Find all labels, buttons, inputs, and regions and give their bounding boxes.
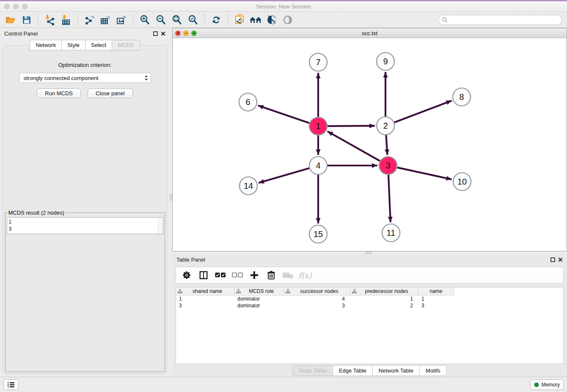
search-box [438,15,562,25]
clone-network-icon[interactable] [232,14,247,26]
splitter-grip[interactable] [170,194,172,201]
add-column-icon[interactable] [248,269,261,282]
graph-node-4[interactable]: 4 [309,157,327,174]
graph-edge-4-14[interactable] [259,168,309,183]
table-row[interactable]: 1dominator411 [176,295,563,302]
open-session-icon[interactable] [3,14,18,26]
hierarchy-icon [286,289,290,294]
toolbar-separator [228,14,228,26]
main-area: Control Panel Network Style Select MCDS … [0,28,567,377]
control-panel-tabs: Network Style Select MCDS [0,40,170,50]
style-details-icon[interactable] [264,14,279,26]
splitter-grip[interactable] [365,251,372,254]
mcds-result-list[interactable]: 1 3 [7,217,163,234]
main-toolbar [0,12,567,28]
graph-edge-1-2[interactable] [328,126,375,126]
settings-gear-icon[interactable] [180,269,193,282]
task-history-button[interactable] [3,379,19,390]
graph-node-3[interactable]: 3 [379,157,397,174]
svg-text:1: 1 [316,121,320,131]
zoom-fit-icon[interactable] [170,14,184,26]
tab-style[interactable]: Style [61,40,85,50]
run-mcds-button[interactable]: Run MCDS [37,88,81,98]
memory-status-icon [534,382,539,387]
graph-node-10[interactable]: 10 [453,173,471,190]
graph-edge-3-11[interactable] [388,175,391,222]
network-canvas[interactable]: 7968124314101511 [173,38,567,251]
first-neighbors-icon[interactable] [248,14,263,26]
table-cell: 1 [176,295,234,302]
hierarchy-icon [178,289,182,294]
result-scrollbar[interactable] [158,218,163,234]
deselect-all-checkboxes-icon[interactable] [231,269,244,282]
close-panel-icon[interactable] [161,31,165,36]
horizontal-splitter[interactable] [172,251,567,254]
column-header-name[interactable]: name [418,287,454,295]
memory-button[interactable]: Memory [530,379,564,390]
graph-node-14[interactable]: 14 [239,177,257,195]
tab-motifs[interactable]: Motifs [419,365,447,376]
zoom-selected-icon[interactable] [186,14,200,26]
column-header-MCDS-role[interactable]: MCDS role [234,287,284,295]
tab-mcds[interactable]: MCDS [112,40,140,50]
column-chooser-icon[interactable] [197,269,210,282]
mcds-result-values: 1 3 [9,219,12,232]
export-image-icon[interactable] [114,14,129,26]
graph-node-11[interactable]: 11 [382,224,400,242]
toolbar-separator [38,14,39,26]
tab-network[interactable]: Network [30,40,61,50]
graph-edge-1-6[interactable] [258,105,310,123]
tab-network-table[interactable]: Network Table [372,365,419,376]
graph-node-6[interactable]: 6 [239,93,257,111]
table-cell: 3 [176,302,234,309]
close-panel-icon[interactable] [558,257,563,262]
column-header-shared-name[interactable]: shared name [176,287,234,295]
select-all-checkboxes-icon[interactable] [214,269,227,282]
statusbar: Memory [0,377,567,392]
export-network-icon[interactable] [82,14,96,26]
zoom-in-icon[interactable] [138,14,152,26]
search-input[interactable] [438,15,562,25]
table-row[interactable]: 3dominator323 [176,302,563,309]
graph-node-2[interactable]: 2 [377,117,394,135]
graph-node-1[interactable]: 1 [309,117,327,135]
delete-column-icon[interactable] [265,269,278,282]
tab-edge-table[interactable]: Edge Table [333,365,372,376]
svg-text:4: 4 [316,161,320,170]
refresh-layout-icon[interactable] [209,14,223,26]
vertical-splitter[interactable] [170,28,172,377]
table-cell: 1 [418,295,454,302]
tab-select[interactable]: Select [85,40,112,50]
node-table[interactable]: shared nameMCDS rolesuccessor nodesprede… [176,287,564,364]
save-session-icon[interactable] [19,14,34,26]
import-table-icon[interactable] [59,14,73,26]
toolbar-separator [133,14,133,26]
network-graph[interactable]: 7968124314101511 [173,38,567,251]
export-table-icon[interactable] [98,14,113,26]
criterion-select[interactable]: strongly connected component [19,73,151,83]
close-panel-button[interactable]: Close panel [88,88,133,98]
table-cell: 2 [350,302,418,309]
graph-node-15[interactable]: 15 [309,225,327,243]
tab-node-table[interactable]: Node Table [292,365,333,376]
graph-node-7[interactable]: 7 [309,53,327,71]
table-cell: 3 [418,302,454,309]
graph-edge-3-10[interactable] [397,168,451,179]
float-panel-icon[interactable] [550,257,555,262]
graph-node-8[interactable]: 8 [453,88,471,106]
table-header-row: shared nameMCDS rolesuccessor nodesprede… [176,287,563,295]
float-panel-icon[interactable] [153,31,158,36]
graph-edge-2-8[interactable] [394,101,452,122]
zoom-out-icon[interactable] [154,14,168,26]
mcds-result-group: MCDS result (2 nodes) 1 3 [5,210,165,372]
hierarchy-icon [352,289,357,294]
table-body: 1dominator4113dominator323 [176,295,563,309]
svg-text:9: 9 [383,57,388,66]
graph-edge-3-1[interactable] [328,131,380,161]
select-stepper-icon [144,75,148,81]
column-header-predecessor-nodes[interactable]: predecessor nodes [350,287,418,295]
import-network-icon[interactable] [43,14,57,26]
graph-edge-2-3[interactable] [386,135,387,155]
column-header-successor-nodes[interactable]: successor nodes [284,287,350,295]
graph-node-9[interactable]: 9 [377,52,394,70]
